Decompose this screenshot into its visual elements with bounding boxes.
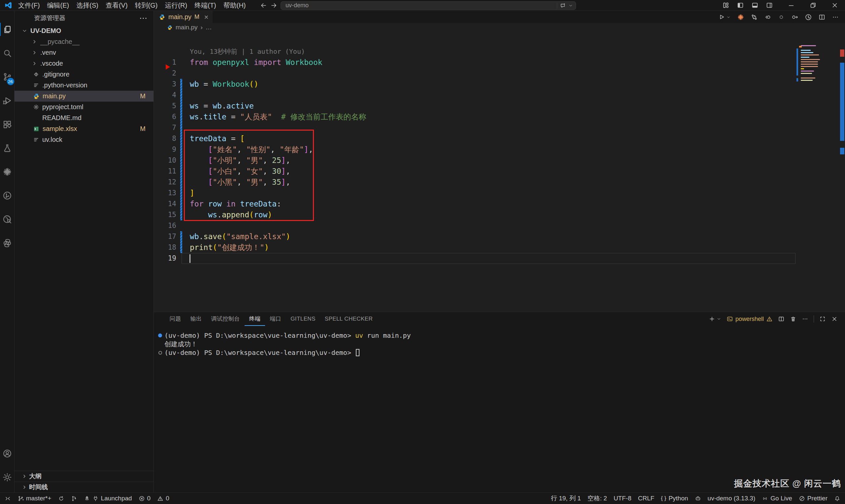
status-right-9[interactable]	[831, 493, 845, 504]
kill-terminal-icon[interactable]	[790, 316, 796, 322]
activity-gitlens-burst-icon[interactable]	[0, 163, 15, 180]
terminal-dropdown-icon[interactable]	[717, 317, 721, 321]
gitlens-burst-icon[interactable]	[737, 14, 744, 21]
section-1[interactable]: 时间线	[15, 482, 154, 492]
copilot-chat-icon[interactable]	[560, 3, 566, 8]
code-line-16[interactable]: 16	[154, 220, 845, 231]
split-terminal-icon[interactable]	[778, 316, 785, 322]
status-right-5[interactable]	[691, 493, 704, 504]
tree-item-pyproject-toml[interactable]: pyproject.toml	[15, 102, 154, 112]
menu-item-6[interactable]: 终端(T)	[191, 0, 220, 11]
tree-item--vscode[interactable]: .vscode	[15, 58, 154, 69]
tree-root[interactable]: UV-DEMO	[15, 25, 154, 36]
panel-tab-问题[interactable]: 问题	[165, 312, 186, 326]
panel-tab-调试控制台[interactable]: 调试控制台	[207, 312, 245, 326]
maximize-panel-icon[interactable]	[819, 316, 826, 322]
tree-item--venv[interactable]: .venv	[15, 47, 154, 58]
activity-gitlens-search-icon[interactable]	[0, 211, 15, 228]
toggle-panel-icon[interactable]	[751, 2, 758, 9]
close-panel-icon[interactable]	[831, 316, 838, 322]
run-dropdown-icon[interactable]	[726, 15, 731, 19]
menu-item-7[interactable]: 帮助(H)	[220, 0, 249, 11]
tree-item-uv-lock[interactable]: uv.lock	[15, 134, 154, 145]
split-editor-icon[interactable]	[818, 14, 826, 21]
chevron-down-icon[interactable]	[568, 3, 573, 8]
breadcrumb-more[interactable]: …	[206, 24, 212, 31]
status-right-4[interactable]: { }Python	[657, 493, 691, 504]
tree-item---pycache--[interactable]: __pycache__	[15, 36, 154, 47]
activity-settings-gear-icon[interactable]	[0, 469, 15, 486]
code-line-6[interactable]: 6ws.title = "人员表" # 修改当前工作表的名称	[154, 111, 845, 122]
minimize-icon[interactable]	[788, 2, 795, 9]
terminal[interactable]: (uv-demo) PS D:\workspace\vue-learning\u…	[154, 326, 845, 357]
section-0[interactable]: 大纲	[15, 471, 154, 482]
forward-circle-icon[interactable]	[791, 14, 798, 21]
breadcrumb-file[interactable]: main.py	[176, 24, 198, 31]
panel-tab-端口[interactable]: 端口	[265, 312, 286, 326]
status-left-5[interactable]: 0	[135, 493, 154, 504]
status-left-3[interactable]	[68, 493, 81, 504]
activity-extensions-icon[interactable]	[0, 116, 15, 133]
search-input[interactable]: uv-demo	[281, 1, 576, 10]
status-right-8[interactable]: Prettier	[795, 493, 831, 504]
code-line-18[interactable]: 18print("创建成功！")	[154, 242, 845, 253]
panel-tab-GITLENS[interactable]: GITLENS	[286, 312, 320, 326]
status-right-7[interactable]: Go Live	[758, 493, 795, 504]
code-editor[interactable]: You, 13秒钟前 | 1 author (You) 1from openpy…	[154, 32, 845, 312]
activity-python-icon[interactable]	[0, 235, 15, 252]
new-terminal-icon[interactable]	[709, 316, 715, 322]
tree-item--python-version[interactable]: .python-version	[15, 80, 154, 91]
code-line-17[interactable]: 17wb.save("sample.xlsx")	[154, 231, 845, 242]
activity-files-icon[interactable]	[0, 21, 15, 38]
activity-run-debug-icon[interactable]	[0, 92, 15, 109]
menu-item-4[interactable]: 转到(G)	[131, 0, 161, 11]
panel-tab-SPELL CHECKER[interactable]: SPELL CHECKER	[320, 312, 377, 326]
status-left-0[interactable]	[0, 493, 14, 504]
code-line-1[interactable]: 1from openpyxl import Workbook	[154, 57, 845, 68]
tree-item-main-py[interactable]: main.pyM	[15, 91, 154, 102]
code-line-2[interactable]: 2	[154, 68, 845, 79]
activity-search-icon[interactable]	[0, 44, 15, 62]
activity-gitlens-icon[interactable]	[0, 187, 15, 204]
status-left-4[interactable]: Launchpad	[81, 493, 135, 504]
status-right-0[interactable]: 行 19, 列 1	[548, 493, 584, 504]
menu-item-5[interactable]: 运行(R)	[161, 0, 191, 11]
code-line-4[interactable]: 4	[154, 90, 845, 101]
tree-item--gitignore[interactable]: .gitignore	[15, 69, 154, 80]
forward-icon[interactable]	[270, 2, 277, 9]
menu-item-2[interactable]: 选择(S)	[73, 0, 102, 11]
activity-account-icon[interactable]	[0, 445, 15, 462]
commit-graph-icon[interactable]	[805, 14, 812, 21]
compare-changes-icon[interactable]	[751, 14, 758, 21]
overview-ruler[interactable]	[840, 32, 844, 312]
activity-testing-icon[interactable]	[0, 140, 15, 157]
terminal-shell-item[interactable]: powershell	[726, 316, 773, 323]
status-left-1[interactable]: master*+	[14, 493, 55, 504]
minimap[interactable]	[796, 44, 827, 87]
status-left-2[interactable]	[55, 493, 68, 504]
menu-item-0[interactable]: 文件(F)	[15, 0, 43, 11]
tab-close-icon[interactable]	[204, 15, 209, 20]
run-icon[interactable]	[718, 14, 725, 20]
panel-tab-终端[interactable]: 终端	[245, 312, 265, 326]
tab-main-py[interactable]: main.py M	[154, 11, 213, 23]
customize-layout-icon[interactable]	[722, 2, 729, 9]
toggle-sidebar-icon[interactable]	[737, 2, 744, 9]
status-left-6[interactable]: 0	[154, 493, 173, 504]
menu-item-3[interactable]: 查看(V)	[102, 0, 131, 11]
restore-icon[interactable]	[809, 2, 816, 9]
status-right-6[interactable]: uv-demo (3.13.3)	[704, 493, 759, 504]
status-right-2[interactable]: UTF-8	[610, 493, 635, 504]
toggle-secondary-sidebar-icon[interactable]	[766, 2, 773, 9]
explorer-more-actions-icon[interactable]: ⋯	[139, 14, 147, 23]
panel-tab-输出[interactable]: 输出	[186, 312, 207, 326]
close-icon[interactable]	[831, 2, 839, 9]
terminal-decoration[interactable]	[156, 334, 164, 338]
terminal-decoration[interactable]	[156, 351, 164, 355]
back-icon[interactable]	[260, 2, 267, 9]
more-actions-icon[interactable]	[802, 316, 808, 322]
code-line-5[interactable]: 5ws = wb.active	[154, 101, 845, 111]
status-right-3[interactable]: CRLF	[635, 493, 658, 504]
circle-icon[interactable]	[778, 14, 785, 21]
activity-source-control-icon[interactable]: 26	[0, 68, 15, 86]
